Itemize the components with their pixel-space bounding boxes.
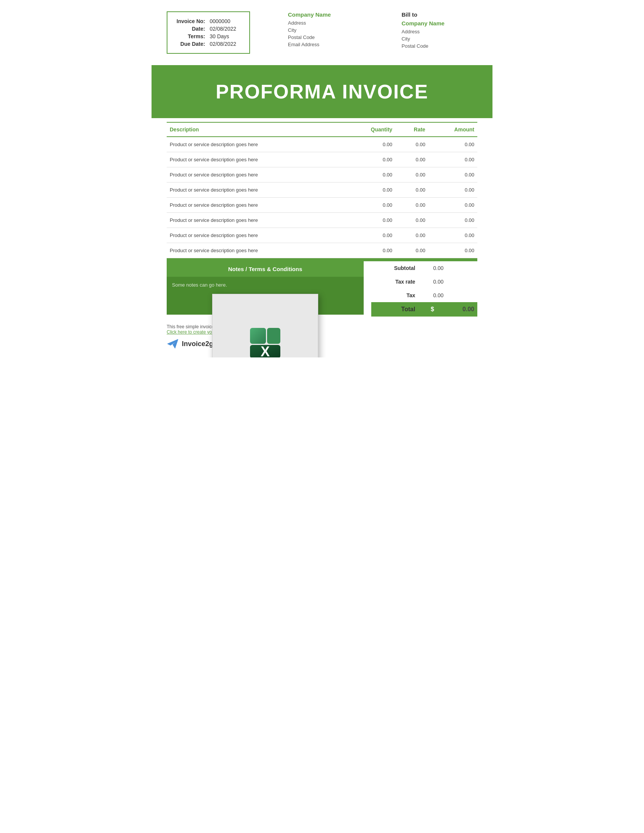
row-amount: 0.00 [428, 167, 477, 182]
invoice-date-label: Date: [175, 25, 208, 32]
total-label: Total [371, 302, 418, 317]
row-description: Product or service description goes here [167, 228, 344, 243]
col-description: Description [167, 122, 344, 137]
row-amount: 0.00 [428, 198, 477, 213]
green-separator-bar [167, 258, 477, 261]
invoice-number-label: Invoice No: [175, 18, 208, 25]
footer-section: This free simple invoice template was pr… [151, 317, 493, 357]
invoice-due-date-value: 02/08/2022 [208, 40, 238, 48]
bill-to-label: Bill to [402, 11, 477, 18]
row-amount: 0.00 [428, 137, 477, 152]
subtotal-value: 0.00 [418, 261, 447, 275]
row-quantity: 0.00 [344, 228, 396, 243]
table-row: Product or service description goes here… [167, 228, 477, 243]
invoice2go-icon [167, 338, 179, 350]
subtotal-label: Subtotal [371, 261, 418, 275]
items-table: Description Quantity Rate Amount Product… [167, 122, 477, 258]
row-amount: 0.00 [428, 243, 477, 258]
row-description: Product or service description goes here [167, 167, 344, 182]
table-row: Product or service description goes here… [167, 182, 477, 198]
invoice-due-date-row: Due Date: 02/08/2022 [175, 40, 238, 48]
row-rate: 0.00 [396, 198, 428, 213]
from-postal-code: Postal Code [288, 34, 364, 40]
excel-icon-wrapper: X [246, 324, 284, 357]
invoice-due-date-label: Due Date: [175, 40, 208, 48]
invoice-banner: PROFORMA INVOICE [151, 65, 493, 118]
table-row: Product or service description goes here… [167, 167, 477, 182]
total-dollar-sign: $ [418, 302, 447, 317]
invoice-terms-value: 30 Days [208, 32, 238, 40]
row-rate: 0.00 [396, 182, 428, 198]
tax-rate-label: Tax rate [371, 275, 418, 288]
row-quantity: 0.00 [344, 182, 396, 198]
row-amount: 0.00 [428, 228, 477, 243]
svg-rect-0 [250, 328, 266, 344]
from-address: Address [288, 20, 364, 26]
row-quantity: 0.00 [344, 167, 396, 182]
totals-section: Subtotal 0.00 Tax rate 0.00 Tax 0.00 Tot… [371, 261, 477, 317]
from-city: City [288, 27, 364, 33]
notes-header: Notes / Terms & Conditions [167, 261, 364, 277]
row-description: Product or service description goes here [167, 243, 344, 258]
excel-icon: X [246, 324, 284, 357]
from-section: Company Name Address City Postal Code Em… [288, 11, 364, 49]
tax-rate-row: Tax rate 0.00 [371, 275, 477, 288]
table-row: Product or service description goes here… [167, 198, 477, 213]
row-description: Product or service description goes here [167, 213, 344, 228]
table-row: Product or service description goes here… [167, 243, 477, 258]
bill-to-section: Bill to Company Name Address City Postal… [402, 11, 477, 50]
invoice-number-row: Invoice No: 0000000 [175, 18, 238, 25]
row-rate: 0.00 [396, 167, 428, 182]
invoice-terms-label: Terms: [175, 32, 208, 40]
bottom-row: Notes / Terms & Conditions Some notes ca… [151, 261, 493, 317]
row-quantity: 0.00 [344, 243, 396, 258]
tax-label: Tax [371, 288, 418, 302]
svg-text:X: X [261, 344, 270, 357]
invoice-date-value: 02/08/2022 [208, 25, 238, 32]
row-amount: 0.00 [428, 182, 477, 198]
items-table-section: Description Quantity Rate Amount Product… [151, 122, 493, 258]
invoice-header: Invoice No: 0000000 Date: 02/08/2022 Ter… [151, 0, 493, 61]
table-row: Product or service description goes here… [167, 152, 477, 167]
bill-to-city: City [402, 36, 477, 42]
table-row: Product or service description goes here… [167, 213, 477, 228]
row-description: Product or service description goes here [167, 182, 344, 198]
row-rate: 0.00 [396, 243, 428, 258]
table-row: Product or service description goes here… [167, 137, 477, 152]
excel-popup: X [212, 294, 318, 357]
totals-table: Subtotal 0.00 Tax rate 0.00 Tax 0.00 Tot… [371, 261, 477, 317]
row-description: Product or service description goes here [167, 152, 344, 167]
row-quantity: 0.00 [344, 198, 396, 213]
row-rate: 0.00 [396, 228, 428, 243]
tax-row: Tax 0.00 [371, 288, 477, 302]
bill-to-postal-code: Postal Code [402, 43, 477, 49]
svg-rect-1 [267, 328, 280, 344]
col-rate: Rate [396, 122, 428, 137]
svg-marker-4 [167, 339, 178, 348]
col-quantity: Quantity [344, 122, 396, 137]
row-rate: 0.00 [396, 213, 428, 228]
row-rate: 0.00 [396, 137, 428, 152]
table-header-row: Description Quantity Rate Amount [167, 122, 477, 137]
invoice-details-box: Invoice No: 0000000 Date: 02/08/2022 Ter… [167, 11, 250, 54]
tax-value: 0.00 [418, 288, 447, 302]
col-amount: Amount [428, 122, 477, 137]
invoice-terms-row: Terms: 30 Days [175, 32, 238, 40]
row-description: Product or service description goes here [167, 137, 344, 152]
row-rate: 0.00 [396, 152, 428, 167]
invoice-date-row: Date: 02/08/2022 [175, 25, 238, 32]
from-company-name: Company Name [288, 11, 364, 18]
row-quantity: 0.00 [344, 152, 396, 167]
invoice-details-table: Invoice No: 0000000 Date: 02/08/2022 Ter… [175, 18, 238, 48]
total-amount: 0.00 [447, 302, 477, 317]
subtotal-row: Subtotal 0.00 [371, 261, 477, 275]
banner-title: PROFORMA INVOICE [159, 80, 485, 103]
tax-rate-value: 0.00 [418, 275, 447, 288]
row-quantity: 0.00 [344, 213, 396, 228]
total-row: Total $ 0.00 [371, 302, 477, 317]
bill-to-company-name: Company Name [402, 20, 477, 26]
bill-to-address: Address [402, 29, 477, 34]
notes-wrapper: Notes / Terms & Conditions Some notes ca… [167, 261, 364, 317]
row-description: Product or service description goes here [167, 198, 344, 213]
row-quantity: 0.00 [344, 137, 396, 152]
